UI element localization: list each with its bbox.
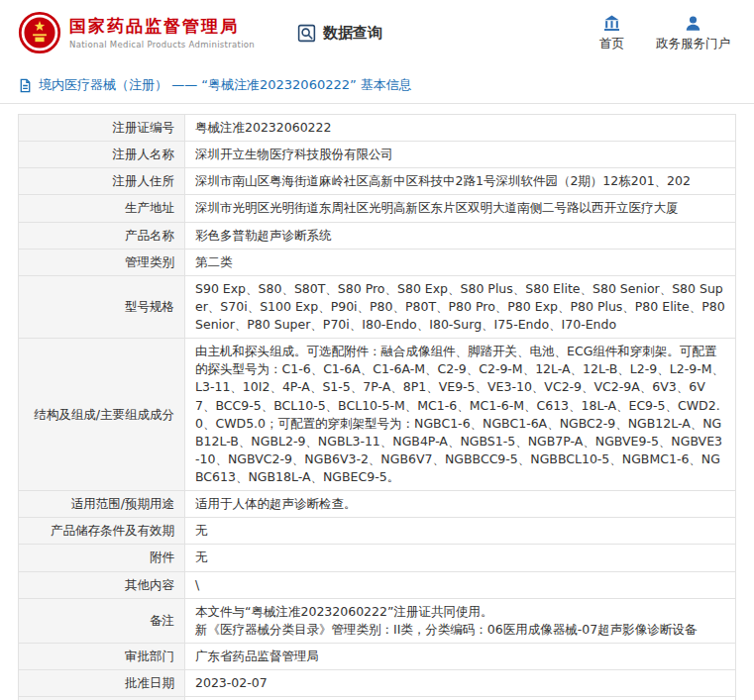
breadcrumb: 境内医疗器械（注册） —— “粤械注准20232060222” 基本信息	[0, 65, 754, 104]
table-row: 审批部门 广东省药品监督管理局	[19, 643, 736, 669]
field-value: 适用于人体的超声诊断检查。	[185, 491, 736, 518]
field-label: 其他内容	[19, 571, 185, 598]
field-label: 型号规格	[19, 275, 185, 338]
field-label: 产品储存条件及有效期	[19, 518, 185, 545]
nav-home[interactable]: 首页	[599, 14, 624, 52]
field-label: 备注	[19, 598, 185, 643]
field-label: 适用范围/预期用途	[19, 491, 185, 518]
field-value: 2023-02-07	[185, 697, 736, 700]
data-query-nav[interactable]: 数据查询	[296, 23, 382, 44]
breadcrumb-text: 境内医疗器械（注册） —— “粤械注准20232060222” 基本信息	[39, 76, 412, 94]
home-icon	[602, 14, 621, 33]
field-label: 批准日期	[19, 670, 185, 697]
nav-portal-label: 政务服务门户	[656, 36, 730, 52]
field-value: 深圳市光明区光明街道东周社区光明高新区东片区双明大道南侧二号路以西开立医疗大厦	[185, 195, 736, 222]
table-row: 产品储存条件及有效期 无	[19, 518, 736, 545]
field-label: 管理类别	[19, 249, 185, 275]
nav-portal[interactable]: 政务服务门户	[656, 14, 730, 52]
field-label: 审批部门	[19, 643, 185, 669]
table-row: 生产地址 深圳市光明区光明街道东周社区光明高新区东片区双明大道南侧二号路以西开立…	[19, 195, 736, 222]
data-query-icon	[296, 23, 317, 44]
nmpa-device-detail-page: 国家药品监督管理局 National Medical Products Admi…	[0, 0, 754, 700]
nav-home-label: 首页	[599, 36, 624, 52]
field-value: 深圳开立生物医疗科技股份有限公司	[185, 142, 736, 168]
field-label: 生产地址	[19, 195, 185, 222]
table-row: 产品名称 彩色多普勒超声诊断系统	[19, 222, 736, 249]
field-value: 深圳市南山区粤海街道麻岭社区高新中区科技中2路1号深圳软件园（2期）12栋201…	[185, 168, 736, 195]
field-value: \	[185, 571, 736, 598]
field-value: 粤械注准20232060222	[185, 115, 736, 142]
table-row: 生效日期 2023-02-07	[19, 697, 736, 700]
field-value: 由主机和探头组成。可选配附件：融合成像组件、脚踏开关、电池、ECG组件和穿刺架。…	[185, 339, 736, 491]
field-label: 结构及组成/主要组成成分	[19, 339, 185, 491]
table-row: 备注 本文件与“粤械注准20232060222”注册证共同使用。 新《医疗器械分…	[19, 598, 736, 643]
table-row: 适用范围/预期用途 适用于人体的超声诊断检查。	[19, 491, 736, 518]
field-value: 无	[185, 545, 736, 571]
field-value: 彩色多普勒超声诊断系统	[185, 222, 736, 249]
agency-name-en: National Medical Products Administration	[69, 40, 255, 50]
agency-name-cn: 国家药品监督管理局	[69, 16, 255, 37]
table-row: 型号规格 S90 Exp、S80、S80T、S80 Pro、S80 Exp、S8…	[19, 275, 736, 338]
table-row: 管理类别 第二类	[19, 249, 736, 275]
table-row: 批准日期 2023-02-07	[19, 670, 736, 697]
field-label: 生效日期	[19, 697, 185, 700]
field-value: S90 Exp、S80、S80T、S80 Pro、S80 Exp、S80 Plu…	[185, 275, 736, 338]
field-value: 无	[185, 518, 736, 545]
table-row: 注册证编号 粤械注准20232060222	[19, 115, 736, 142]
field-label: 注册人住所	[19, 168, 185, 195]
field-label: 附件	[19, 545, 185, 571]
table-row: 注册人名称 深圳开立生物医疗科技股份有限公司	[19, 142, 736, 168]
table-row: 注册人住所 深圳市南山区粤海街道麻岭社区高新中区科技中2路1号深圳软件园（2期）…	[19, 168, 736, 195]
header-nav: 首页 政务服务门户	[599, 14, 740, 52]
field-value: 第二类	[185, 249, 736, 275]
field-value: 本文件与“粤械注准20232060222”注册证共同使用。 新《医疗器械分类目录…	[185, 598, 736, 643]
data-query-label: 数据查询	[323, 24, 382, 43]
field-value: 2023-02-07	[185, 670, 736, 697]
field-label: 注册证编号	[19, 115, 185, 142]
agency-title-block: 国家药品监督管理局 National Medical Products Admi…	[69, 16, 255, 49]
national-emblem-icon	[18, 11, 61, 54]
field-label: 产品名称	[19, 222, 185, 249]
field-value: 广东省药品监督管理局	[185, 643, 736, 669]
registration-detail-table: 注册证编号 粤械注准20232060222 注册人名称 深圳开立生物医疗科技股份…	[18, 114, 736, 700]
portal-user-icon	[684, 14, 702, 33]
table-row: 结构及组成/主要组成成分 由主机和探头组成。可选配附件：融合成像组件、脚踏开关、…	[19, 339, 736, 491]
site-header: 国家药品监督管理局 National Medical Products Admi…	[0, 0, 754, 65]
field-label: 注册人名称	[19, 142, 185, 168]
table-row: 附件 无	[19, 545, 736, 571]
agency-brand[interactable]: 国家药品监督管理局 National Medical Products Admi…	[18, 11, 255, 54]
main-content: 注册证编号 粤械注准20232060222 注册人名称 深圳开立生物医疗科技股份…	[0, 104, 754, 700]
document-icon	[18, 78, 33, 93]
table-row: 其他内容 \	[19, 571, 736, 598]
